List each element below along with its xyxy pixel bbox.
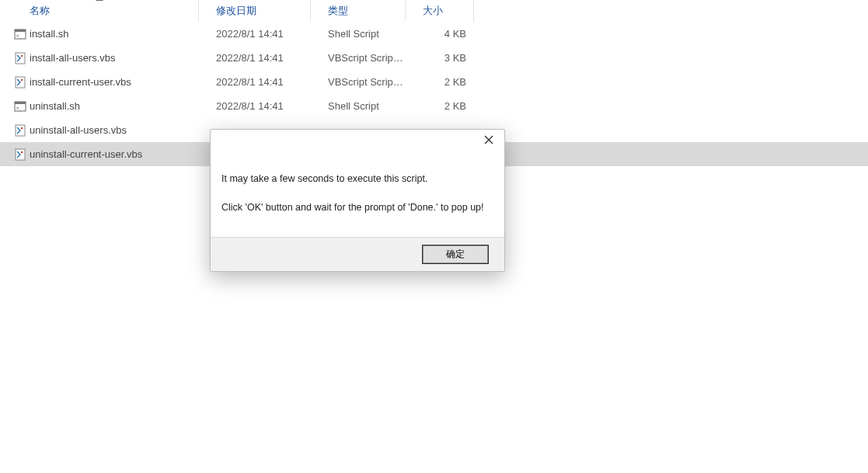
file-row[interactable]: >_install.sh2022/8/1 14:41Shell Script4 … bbox=[0, 22, 868, 46]
close-button[interactable] bbox=[479, 130, 498, 149]
file-date-cell: 2022/8/1 14:41 bbox=[199, 76, 311, 88]
file-name-cell: uninstall-current-user.vbs bbox=[0, 148, 199, 161]
dialog-titlebar bbox=[211, 130, 504, 150]
file-type-cell: Shell Script bbox=[311, 28, 406, 40]
svg-text:>_: >_ bbox=[16, 33, 23, 39]
svg-rect-1 bbox=[15, 30, 26, 32]
script-dialog: It may take a few seconds to execute thi… bbox=[210, 129, 505, 272]
file-type-cell: Shell Script bbox=[311, 100, 406, 112]
dialog-body: It may take a few seconds to execute thi… bbox=[211, 150, 504, 237]
header-name-label: 名称 bbox=[30, 4, 50, 18]
file-date-cell: 2022/8/1 14:41 bbox=[199, 100, 311, 112]
file-row[interactable]: install-current-user.vbs2022/8/1 14:41VB… bbox=[0, 70, 868, 94]
svg-point-4 bbox=[21, 54, 23, 56]
svg-text:>_: >_ bbox=[16, 105, 23, 111]
file-type-cell: VBScript Script ... bbox=[311, 52, 406, 64]
file-date-cell: 2022/8/1 14:41 bbox=[199, 28, 311, 40]
column-headers: 名称 修改日期 类型 大小 bbox=[0, 0, 868, 22]
shell-file-icon: >_ bbox=[14, 28, 26, 40]
file-row[interactable]: install-all-users.vbs2022/8/1 14:41VBScr… bbox=[0, 46, 868, 70]
file-date-cell: 2022/8/1 14:41 bbox=[199, 52, 311, 64]
header-size[interactable]: 大小 bbox=[406, 0, 474, 22]
header-date[interactable]: 修改日期 bbox=[199, 0, 311, 22]
ok-button-label: 确定 bbox=[446, 248, 465, 261]
svg-point-13 bbox=[21, 151, 23, 152]
file-name-label: install-all-users.vbs bbox=[30, 52, 116, 64]
dialog-message-line1: It may take a few seconds to execute thi… bbox=[221, 172, 493, 186]
file-name-label: install-current-user.vbs bbox=[30, 76, 131, 88]
header-size-label: 大小 bbox=[423, 4, 443, 18]
file-size-cell: 2 KB bbox=[406, 76, 474, 88]
shell-file-icon: >_ bbox=[14, 100, 26, 113]
svg-rect-8 bbox=[15, 102, 26, 104]
file-name-cell: >_install.sh bbox=[0, 28, 199, 40]
file-size-cell: 4 KB bbox=[406, 28, 474, 40]
file-name-cell: uninstall-all-users.vbs bbox=[0, 124, 199, 137]
close-icon bbox=[484, 135, 493, 144]
file-row[interactable]: >_uninstall.sh2022/8/1 14:41Shell Script… bbox=[0, 94, 868, 118]
ok-button[interactable]: 确定 bbox=[422, 245, 489, 264]
header-name[interactable]: 名称 bbox=[0, 0, 199, 22]
header-date-label: 修改日期 bbox=[216, 4, 256, 18]
file-name-cell: install-current-user.vbs bbox=[0, 76, 199, 89]
file-name-label: uninstall-all-users.vbs bbox=[30, 124, 127, 136]
file-name-label: uninstall.sh bbox=[30, 100, 80, 112]
file-name-cell: >_uninstall.sh bbox=[0, 100, 199, 113]
vbs-file-icon bbox=[14, 124, 26, 137]
header-type-label: 类型 bbox=[328, 4, 348, 18]
sort-ascending-icon bbox=[96, 0, 103, 1]
svg-point-11 bbox=[21, 127, 23, 128]
file-size-cell: 3 KB bbox=[406, 52, 474, 64]
file-name-label: install.sh bbox=[30, 28, 69, 40]
header-type[interactable]: 类型 bbox=[311, 0, 406, 22]
vbs-file-icon bbox=[14, 148, 26, 161]
file-size-cell: 2 KB bbox=[406, 100, 474, 112]
file-name-cell: install-all-users.vbs bbox=[0, 52, 199, 64]
file-name-label: uninstall-current-user.vbs bbox=[30, 148, 142, 160]
dialog-footer: 确定 bbox=[211, 237, 504, 271]
file-type-cell: VBScript Script ... bbox=[311, 76, 406, 88]
vbs-file-icon bbox=[14, 52, 26, 64]
svg-point-6 bbox=[21, 78, 23, 80]
vbs-file-icon bbox=[14, 76, 26, 89]
dialog-message-line2: Click 'OK' button and wait for the promp… bbox=[221, 200, 493, 215]
